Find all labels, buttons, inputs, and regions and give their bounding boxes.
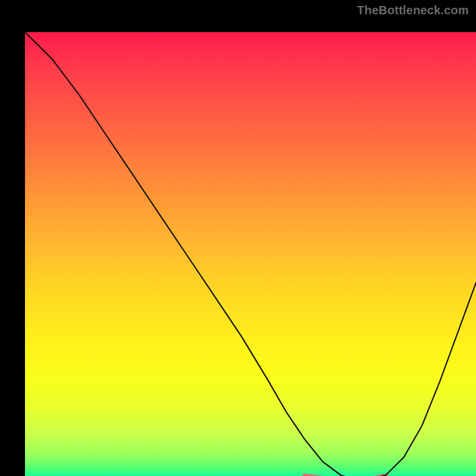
chart-frame: [12, 16, 464, 464]
watermark-text: TheBottleneck.com: [357, 4, 469, 17]
chart-svg: [25, 32, 476, 476]
plot-area: [25, 32, 476, 476]
bottleneck-curve: [25, 32, 476, 476]
